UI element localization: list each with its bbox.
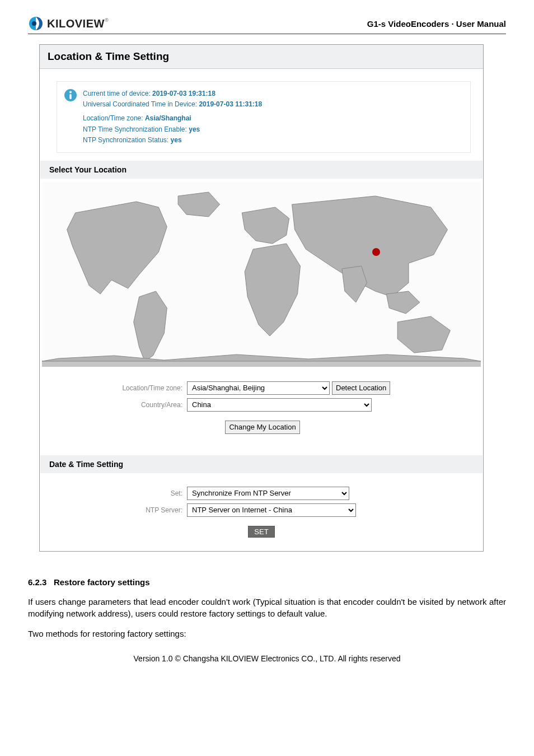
info-line4-value: yes — [189, 125, 200, 133]
section-number: 6.2.3 — [28, 577, 46, 587]
tz-label: Location/Time zone: — [40, 384, 187, 392]
info-line5-value: yes — [171, 136, 182, 144]
brand-logo: KILOVIEW® — [28, 16, 109, 31]
section-heading: 6.2.3 Restore factory settings — [28, 577, 506, 587]
map-location-marker — [372, 248, 380, 256]
paragraph-1: If users change parameters that lead enc… — [28, 596, 506, 619]
document-header: KILOVIEW® G1-s VideoEncoders · User Manu… — [28, 16, 506, 31]
info-lines: Current time of device: 2019-07-03 19:31… — [83, 88, 262, 146]
change-location-button[interactable]: Change My Location — [225, 421, 299, 434]
set-button[interactable]: SET — [248, 526, 274, 538]
info-line5-prefix: NTP Synchronization Status: — [83, 136, 171, 144]
page-footer: Version 1.0 © Changsha KILOVIEW Electron… — [28, 654, 506, 663]
info-line1-value: 2019-07-03 19:31:18 — [152, 90, 216, 97]
world-map-container — [40, 179, 483, 368]
select-location-heading: Select Your Location — [40, 161, 483, 179]
ntp-label: NTP Server: — [40, 506, 187, 514]
country-select[interactable]: China — [187, 398, 372, 412]
datetime-heading: Date & Time Setting — [40, 455, 483, 473]
settings-panel: Location & Time Setting Current time of … — [39, 44, 484, 552]
brand-name: KILOVIEW® — [47, 17, 109, 30]
world-map[interactable] — [42, 182, 481, 367]
info-line1-prefix: Current time of device: — [83, 90, 152, 97]
svg-point-2 — [69, 91, 72, 94]
logo-icon — [28, 16, 44, 31]
document-title: G1-s VideoEncoders · User Manual — [367, 19, 506, 29]
info-line3-value: Asia/Shanghai — [145, 114, 191, 122]
datetime-form: Set: Synchronize From NTP Server NTP Ser… — [40, 473, 483, 551]
ntp-server-select[interactable]: NTP Server on Internet - China — [187, 503, 356, 517]
set-mode-select[interactable]: Synchronize From NTP Server — [187, 487, 349, 500]
info-block: Current time of device: 2019-07-03 19:31… — [57, 81, 471, 153]
info-line3-prefix: Location/Time zone: — [83, 114, 145, 122]
section-title: Restore factory settings — [54, 577, 150, 587]
header-divider — [28, 34, 506, 34]
info-line2-value: 2019-07-03 11:31:18 — [199, 100, 262, 108]
set-label: Set: — [40, 489, 187, 497]
info-icon — [64, 88, 77, 102]
country-label: Country/Area: — [40, 401, 187, 409]
detect-location-button[interactable]: Detect Location — [332, 381, 390, 395]
panel-title: Location & Time Setting — [40, 45, 483, 69]
location-form: Location/Time zone: Asia/Shanghai, Beiji… — [40, 368, 483, 447]
info-line2-prefix: Universal Coordinated Time in Device: — [83, 100, 199, 108]
timezone-select[interactable]: Asia/Shanghai, Beijing — [187, 381, 330, 395]
paragraph-2: Two methods for restoring factory settin… — [28, 628, 506, 640]
info-line4-prefix: NTP Time Synchronization Enable: — [83, 125, 189, 133]
svg-point-0 — [32, 21, 36, 26]
svg-rect-3 — [69, 94, 71, 99]
